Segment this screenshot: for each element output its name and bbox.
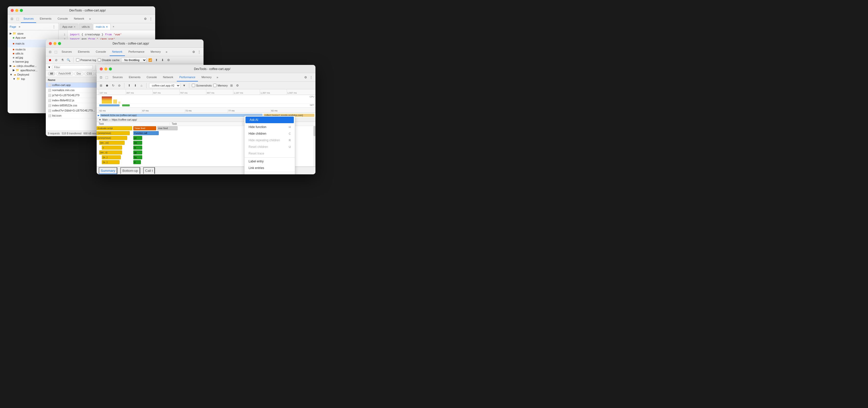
maximize-button[interactable] xyxy=(20,9,23,12)
tab-network[interactable]: Network xyxy=(71,15,87,23)
tab-elements[interactable]: Elements xyxy=(126,73,143,82)
device-icon[interactable]: ⊡ xyxy=(10,17,14,21)
tab-call-tree[interactable]: Call t xyxy=(143,167,155,174)
tab-sources[interactable]: Sources xyxy=(21,15,36,23)
flame-block-anon1[interactable]: (anonymous) xyxy=(97,131,130,135)
clear-icon[interactable]: ⊘ xyxy=(117,83,122,88)
flame-block-c[interactable]: c xyxy=(102,146,122,150)
dropdown-arrow-icon[interactable]: ▼ xyxy=(182,83,186,88)
tab-console[interactable]: Console xyxy=(93,48,108,56)
settings-icon[interactable]: ⚙ xyxy=(143,17,148,21)
ctx-hide-children[interactable]: Hide children C xyxy=(245,130,295,137)
close-tab-icon[interactable]: ✕ xyxy=(106,25,108,28)
flame-block-by[interactable]: by xyxy=(133,155,142,159)
code-tab-main-ts[interactable]: main.ts ✕ xyxy=(93,24,111,30)
page-button[interactable]: Page xyxy=(10,25,16,28)
upload-icon[interactable]: ⬆ xyxy=(154,58,159,62)
tree-item-app-vue[interactable]: ■ App.vue xyxy=(8,36,58,40)
inspect-icon[interactable]: ⬚ xyxy=(104,75,109,80)
settings-icon[interactable]: ⚙ xyxy=(303,75,308,80)
tab-memory[interactable]: Memory xyxy=(199,73,214,82)
flame-block-ans[interactable]: (an...s) xyxy=(99,150,122,154)
close-button[interactable] xyxy=(100,67,103,70)
tab-elements[interactable]: Elements xyxy=(75,48,92,56)
maximize-button[interactable] xyxy=(109,67,112,70)
scrollbar-thumb[interactable] xyxy=(313,126,315,136)
record-icon[interactable]: ⏺ xyxy=(48,58,53,62)
download-icon[interactable]: ⬇ xyxy=(133,83,137,88)
tab-network[interactable]: Network xyxy=(110,48,125,56)
close-button[interactable] xyxy=(49,42,52,45)
more-options-icon[interactable]: ⋮ xyxy=(309,75,313,80)
settings-icon[interactable]: ⚙ xyxy=(191,50,196,54)
type-btn-doc[interactable]: Doc xyxy=(74,72,84,76)
screenshots-checkbox[interactable] xyxy=(192,84,195,87)
more-options-icon[interactable]: ⋮ xyxy=(197,50,202,54)
page-panel-menu[interactable]: ⋮ xyxy=(52,24,56,29)
screenshots-label[interactable]: Screenshots xyxy=(192,84,212,87)
flame-block-gy[interactable]: gy xyxy=(133,150,142,154)
network-522e-bar[interactable]: Network 522e.css (coffee-cart.app) xyxy=(100,114,262,117)
flame-block-anon2[interactable]: (anonymous) xyxy=(97,136,127,140)
filter-icon[interactable]: ⚗ xyxy=(60,58,65,62)
download-icon[interactable]: ⬇ xyxy=(160,58,165,62)
more-tabs-icon[interactable]: » xyxy=(88,17,92,21)
ctx-link-entries[interactable]: Link entries xyxy=(245,165,295,171)
target-select[interactable]: coffee-cart.app #2 xyxy=(149,83,180,88)
throttle-select[interactable]: No throttling xyxy=(121,58,147,63)
filter-input[interactable] xyxy=(52,65,93,69)
type-btn-fetch-xhr[interactable]: Fetch/XHR xyxy=(56,72,73,76)
search-icon[interactable]: 🔍 xyxy=(66,58,71,62)
network-settings-icon[interactable]: ⚙ xyxy=(166,58,171,62)
type-btn-css[interactable]: CSS xyxy=(85,72,94,76)
tab-performance[interactable]: Performance xyxy=(126,48,147,56)
minimize-button[interactable] xyxy=(15,9,18,12)
more-tabs-icon[interactable]: » xyxy=(164,50,169,54)
flame-block-wz[interactable]: wz xyxy=(133,141,142,145)
flame-block-e[interactable]: e xyxy=(133,160,141,164)
perf-settings-icon[interactable]: ⚙ xyxy=(235,83,240,88)
record-icon[interactable]: ⏺ xyxy=(105,83,110,88)
more-options-icon[interactable]: ⋮ xyxy=(149,17,153,21)
maximize-button[interactable] xyxy=(58,42,61,45)
tab-performance[interactable]: Performance xyxy=(177,73,198,82)
inspect-icon[interactable]: ⬚ xyxy=(15,17,20,21)
minimize-button[interactable] xyxy=(104,67,107,70)
preserve-log-label[interactable]: Preserve log xyxy=(76,58,96,62)
flame-block-tz[interactable]: tz xyxy=(133,146,142,150)
type-btn-all[interactable]: All xyxy=(48,72,55,76)
more-tabs-icon[interactable]: » xyxy=(215,75,220,80)
tab-summary[interactable]: Summary xyxy=(99,167,117,174)
flame-block-anus1[interactable]: (an...us) xyxy=(99,141,125,145)
close-button[interactable] xyxy=(11,9,14,12)
flame-block-timer[interactable]: Timer fired xyxy=(133,126,156,130)
flame-block-a1[interactable]: (a...) xyxy=(102,155,121,159)
flame-block-yz[interactable]: yz xyxy=(133,136,142,140)
ctx-ask-ai[interactable]: Ask AI xyxy=(246,117,294,123)
ctx-hide-function[interactable]: Hide function H xyxy=(245,124,295,130)
more-tabs-icon[interactable]: » xyxy=(111,24,116,29)
close-tab-icon[interactable]: ✕ xyxy=(73,25,75,28)
flame-block-timer-fired-2[interactable]: imer fired xyxy=(157,126,178,130)
inspect-icon[interactable]: ⬚ xyxy=(54,50,58,54)
tab-console[interactable]: Console xyxy=(55,15,70,23)
tree-item-store[interactable]: ▶ 📁 store xyxy=(8,31,58,36)
minimize-button[interactable] xyxy=(54,42,57,45)
code-tab-utils-ts[interactable]: utils.ts xyxy=(79,24,92,30)
tab-console[interactable]: Console xyxy=(144,73,159,82)
flame-block-a2[interactable]: (a...) xyxy=(102,160,120,164)
page-panel-more[interactable]: » xyxy=(17,24,22,29)
home-icon[interactable]: ⌂ xyxy=(139,83,144,88)
tab-sources[interactable]: Sources xyxy=(110,73,125,82)
clear-icon[interactable]: ⊘ xyxy=(54,58,59,62)
flame-block-eval[interactable]: Evaluate script xyxy=(97,126,132,130)
tab-elements[interactable]: Elements xyxy=(37,15,54,23)
upload-icon[interactable]: ⬆ xyxy=(127,83,131,88)
ctx-label-entry[interactable]: Label entry xyxy=(245,158,295,165)
reload-icon[interactable]: ↻ xyxy=(111,83,116,88)
tab-memory[interactable]: Memory xyxy=(148,48,163,56)
device-icon[interactable]: ⊡ xyxy=(48,50,53,54)
tab-bottom-up[interactable]: Bottom-up xyxy=(120,167,140,174)
memory-label[interactable]: Memory xyxy=(213,84,228,87)
wifi-icon[interactable]: 📶 xyxy=(148,58,153,62)
